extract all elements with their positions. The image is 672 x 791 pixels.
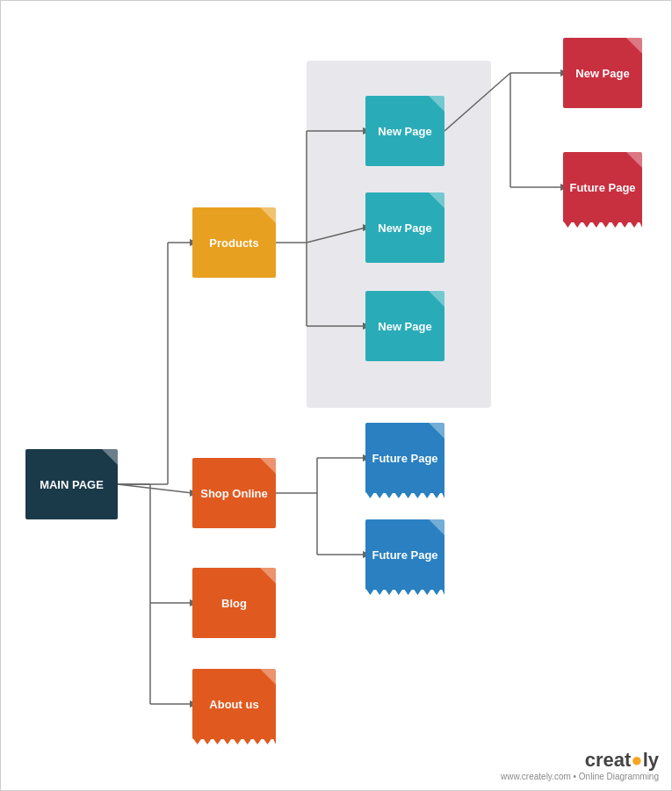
logo-dot: ● — [631, 749, 642, 771]
about-us-label: About us — [209, 698, 258, 711]
main-page-label: MAIN PAGE — [40, 478, 104, 491]
future-page-r-label: Future Page — [569, 181, 635, 194]
new-page-r1-label: New Page — [575, 67, 629, 80]
new-page-1-node[interactable]: New Page — [365, 96, 444, 166]
shop-online-node[interactable]: Shop Online — [192, 458, 276, 528]
products-node[interactable]: Products — [192, 207, 276, 278]
products-label: Products — [209, 236, 258, 250]
footer: creat●ly www.creately.com • Online Diagr… — [501, 749, 659, 781]
main-page-node[interactable]: MAIN PAGE — [25, 449, 118, 519]
blog-node[interactable]: Blog — [192, 568, 276, 638]
svg-line-4 — [118, 484, 192, 493]
new-page-3-node[interactable]: New Page — [365, 291, 444, 361]
diagram-container: MAIN PAGE Products Shop Online Blog Abou… — [0, 0, 672, 791]
creately-logo: creat●ly — [585, 749, 659, 772]
new-page-3-label: New Page — [378, 320, 431, 333]
future-page-1-label: Future Page — [372, 452, 437, 465]
future-page-r-node[interactable]: Future Page — [563, 152, 642, 222]
new-page-r1-node[interactable]: New Page — [563, 38, 642, 108]
blog-label: Blog — [221, 597, 247, 610]
new-page-2-node[interactable]: New Page — [365, 192, 444, 263]
future-page-2-node[interactable]: Future Page — [365, 519, 444, 590]
future-page-1-node[interactable]: Future Page — [365, 423, 444, 493]
new-page-2-label: New Page — [378, 221, 431, 235]
new-page-1-label: New Page — [378, 125, 431, 138]
footer-subtitle: www.creately.com • Online Diagramming — [501, 772, 659, 781]
shop-online-label: Shop Online — [200, 487, 268, 500]
about-us-node[interactable]: About us — [192, 669, 276, 739]
future-page-2-label: Future Page — [372, 548, 437, 562]
